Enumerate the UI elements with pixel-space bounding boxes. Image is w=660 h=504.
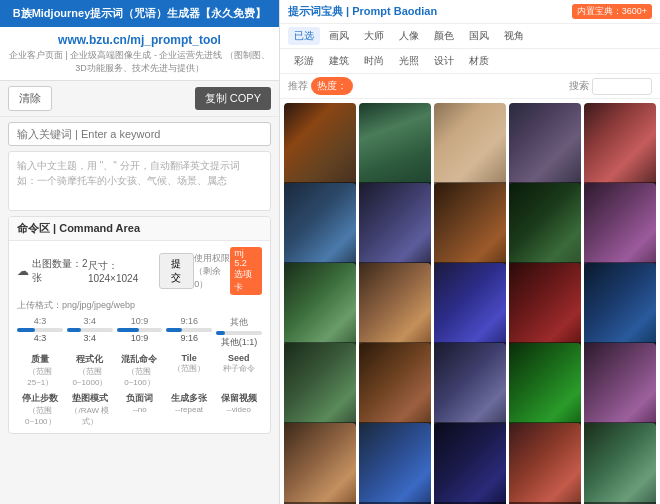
image-bg [359,423,431,504]
tag-颜色[interactable]: 颜色 [428,27,460,45]
param-video: 保留视频 --video [215,392,262,427]
permission-label: 使用权限（剩余0） [194,252,230,291]
slider-other: 其他 其他(1:1) [216,316,262,349]
size-setting: 尺寸：1024×1024 [88,259,159,284]
tag-hot[interactable]: 热度： [311,77,353,95]
left-header: B族Midjourney提示词（咒语）生成器【永久免费】 [0,0,279,27]
search-input[interactable] [592,78,652,95]
slider-9-16: 9:16 9:16 [166,316,212,349]
tag-光照[interactable]: 光照 [393,52,425,70]
upload-format-row: 上传格式：png/jpg/jpeg/webp [17,299,262,312]
keyword-input[interactable] [8,122,271,146]
image-cell-水下世界[interactable]: 水下世界 [434,423,506,504]
recommend-label: 推荐 [288,79,308,93]
tag-视角[interactable]: 视角 [498,27,530,45]
param-tile: Tile （范围） [166,353,213,388]
param-repeat: 生成多张 --repeat [166,392,213,427]
filter-label: 搜索 [569,79,589,93]
param-grid-2: 停止步数 （范围 0~100） 垫图模式 （/RAW 模式） 负面词 --no … [17,392,262,427]
permission-setting: 使用权限（剩余0） [194,252,230,291]
param-quality: 质量 （范围 25~1） [17,353,64,388]
slider-row: 4:3 4:3 3:4 3:4 10:9 10:9 9:16 9 [17,316,262,349]
tag-人像[interactable]: 人像 [393,27,425,45]
image-bg [509,423,581,504]
tag-已选[interactable]: 已选 [288,27,320,45]
left-panel: B族Midjourney提示词（咒语）生成器【永久免费】 www.bzu.cn/… [0,0,280,504]
tag-时尚[interactable]: 时尚 [358,52,390,70]
size-label: 尺寸：1024×1024 [88,259,159,284]
tag-row-3: 推荐 热度： 搜索 [280,74,660,99]
image-cell-海滩中[interactable]: 海滩中 [359,423,431,504]
image-bg [584,423,656,504]
param-stylize: 程式化 （范围 0~1000） [67,353,114,388]
tag-大师[interactable]: 大师 [358,27,390,45]
tag-设计[interactable]: 设计 [428,52,460,70]
submit-button[interactable]: 提交 [159,253,195,289]
tag-彩游[interactable]: 彩游 [288,52,320,70]
tag-画风[interactable]: 画风 [323,27,355,45]
param-raw: 垫图模式 （/RAW 模式） [67,392,114,427]
url-bar: www.bzu.cn/mj_prompt_tool 企业客户页面 | 企业级高端… [0,27,279,81]
image-cell-丛林空间[interactable]: 丛林空间 [509,423,581,504]
left-header-text: B族Midjourney提示词（咒语）生成器【永久免费】 [13,7,267,19]
param-seed: Seed 种子命令 [215,353,262,388]
slider-4-3: 4:3 4:3 [17,316,63,349]
command-settings: ☁ 出图数量：2张 尺寸：1024×1024 提交 使用权限（剩余0） mj 5… [9,241,270,433]
prompt-placeholder: 输入中文主题，用 "、" 分开，自动翻译英文提示词 如：一个骑摩托车的小女孩、气… [17,160,240,186]
image-bg [434,423,506,504]
copy-button[interactable]: 复制 COPY [195,87,271,110]
image-count-label: 出图数量：2张 [32,257,88,285]
url-text: www.bzu.cn/mj_prompt_tool [4,33,275,47]
tag-材质[interactable]: 材质 [463,52,495,70]
tag-国风[interactable]: 国风 [463,27,495,45]
upload-format-label: 上传格式：png/jpg/jpeg/webp [17,299,135,312]
slider-10-9: 10:9 10:9 [117,316,163,349]
image-bg [284,423,356,504]
tag-建筑[interactable]: 建筑 [323,52,355,70]
action-row: 清除 复制 COPY [0,81,279,117]
right-header: 提示词宝典 | Prompt Baodian 内置宝典：3600+ [280,0,660,24]
param-chaos: 混乱命令 （范围 0~100） [116,353,163,388]
right-panel: 提示词宝典 | Prompt Baodian 内置宝典：3600+ 已选画风大师… [280,0,660,504]
slider-3-4: 3:4 3:4 [67,316,113,349]
image-count-setting: ☁ 出图数量：2张 [17,257,88,285]
right-title: 提示词宝典 | Prompt Baodian [288,4,437,19]
command-area: 命令区 | Command Area ☁ 出图数量：2张 尺寸：1024×102… [8,216,271,434]
url-sub: 企业客户页面 | 企业级高端图像生成 - 企业运营先进线 （图制图、3D功能服务… [4,49,275,74]
clear-button[interactable]: 清除 [8,86,52,111]
command-header: 命令区 | Command Area [9,217,270,241]
param-stop: 停止步数 （范围 0~100） [17,392,64,427]
right-badge: 内置宝典：3600+ [572,4,652,19]
param-no: 负面词 --no [116,392,163,427]
tag-row-1: 已选画风大师人像颜色国风视角 [280,24,660,49]
prompt-area[interactable]: 输入中文主题，用 "、" 分开，自动翻译英文提示词 如：一个骑摩托车的小女孩、气… [8,151,271,211]
image-cell-外星空间[interactable]: 外星空间 [584,423,656,504]
image-grid: 干净背景动物园松软土地宫殿荒漠地带疯狂麦斯沙地风超写实主义超现实主义算想天开洞穴… [280,99,660,504]
version-badge: mj 5.2选项卡 [230,247,262,295]
image-cell-罗马竞技场[interactable]: 罗马竞技场 [284,423,356,504]
tag-row-2: 彩游建筑时尚光照设计材质 [280,49,660,74]
param-grid-1: 质量 （范围 25~1） 程式化 （范围 0~1000） 混乱命令 （范围 0~… [17,353,262,388]
settings-main-row: ☁ 出图数量：2张 尺寸：1024×1024 提交 使用权限（剩余0） mj 5… [17,247,262,295]
